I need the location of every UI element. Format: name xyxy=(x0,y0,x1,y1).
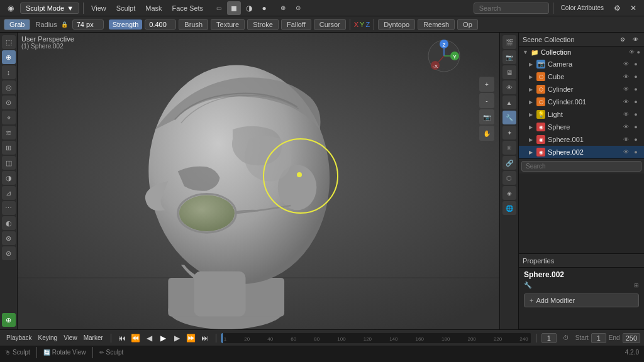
prop-world-icon[interactable]: 🌐 xyxy=(502,201,516,215)
zoom-out-btn[interactable]: - xyxy=(479,93,494,108)
menu-mask[interactable]: Mask xyxy=(142,3,165,13)
left-tool-2[interactable]: ↕ xyxy=(2,65,16,79)
radius-lock-icon[interactable]: 🔒 xyxy=(60,18,70,31)
left-tool-7[interactable]: ⊞ xyxy=(2,141,16,155)
menu-sculpt[interactable]: Sculpt xyxy=(113,3,140,13)
zoom-in-btn[interactable]: + xyxy=(479,77,494,92)
stroke-btn[interactable]: Stroke xyxy=(247,19,279,30)
outliner-item-sphere[interactable]: ▶ ◉ Sphere 👁 ● xyxy=(519,121,644,133)
end-frame[interactable]: 250 xyxy=(623,333,640,343)
menu-view[interactable]: View xyxy=(87,3,110,13)
outliner-eye-icon[interactable]: 👁 xyxy=(630,33,640,47)
jump-start-btn[interactable]: ⏮ xyxy=(116,332,128,344)
viewport-shading-render[interactable]: ● xyxy=(257,1,271,15)
outliner-item-cube[interactable]: ▶ ⬡ Cube 👁 ● xyxy=(519,70,644,83)
falloff-btn[interactable]: Falloff xyxy=(281,19,311,30)
left-tool-13[interactable]: ⊗ xyxy=(2,231,16,245)
prop-particles-icon[interactable]: ✦ xyxy=(502,126,516,140)
keying-menu[interactable]: Keying xyxy=(36,334,60,342)
expand-icon[interactable]: ⊞ xyxy=(634,282,639,288)
left-tool-8[interactable]: ◫ xyxy=(2,156,16,170)
outliner-item-light[interactable]: ▶ 💡 Light 👁 ● xyxy=(519,108,644,121)
next-frame-btn[interactable]: ⏩ xyxy=(186,332,197,344)
viewport-3d[interactable]: User Perspective (1) Sphere.002 Z Y -X xyxy=(18,33,499,329)
current-frame[interactable]: 1 xyxy=(541,333,557,343)
timeline-scrubber[interactable]: 1 20 40 60 80 100 120 140 160 180 200 22… xyxy=(221,333,531,343)
prop-data-icon[interactable]: ⬡ xyxy=(502,171,516,185)
prev-keyframe-btn[interactable]: ◀ xyxy=(144,332,155,344)
left-tool-11[interactable]: ⋯ xyxy=(2,201,16,215)
outliner-item-camera[interactable]: ▶ 📷 Camera 👁 ● xyxy=(519,58,644,70)
outliner-search[interactable] xyxy=(521,161,641,172)
sphere-eye[interactable]: 👁 xyxy=(621,123,630,131)
sphere002-render[interactable]: ● xyxy=(631,148,640,156)
cylinder-render[interactable]: ● xyxy=(631,85,640,94)
collection-header[interactable]: ▼ 📁 Collection 👁 ● xyxy=(519,47,644,58)
sphere001-render[interactable]: ● xyxy=(631,135,640,144)
left-tool-bottom[interactable]: ⊕ xyxy=(2,313,16,327)
left-tool-0[interactable]: ⬚ xyxy=(2,35,16,49)
left-tool-5[interactable]: ⌖ xyxy=(2,111,16,124)
menu-face-sets[interactable]: Face Sets xyxy=(169,3,208,13)
prop-material-icon[interactable]: ◈ xyxy=(502,186,516,200)
prop-view-icon[interactable]: 👁 xyxy=(502,80,516,94)
sphere001-eye[interactable]: 👁 xyxy=(621,135,630,144)
texture-btn[interactable]: Texture xyxy=(211,19,245,30)
search-input[interactable] xyxy=(474,3,549,14)
light-eye[interactable]: 👁 xyxy=(621,110,630,119)
viewport-shading-solid[interactable]: ◼ xyxy=(227,1,241,15)
camera-eye[interactable]: 👁 xyxy=(621,60,630,69)
start-frame[interactable]: 1 xyxy=(591,333,606,343)
outliner-filter-icon[interactable]: ⚙ xyxy=(618,33,628,47)
cube-render[interactable]: ● xyxy=(631,72,640,81)
pan-btn[interactable]: ✋ xyxy=(479,126,494,141)
prop-render-icon[interactable]: 📷 xyxy=(502,50,516,64)
dyntopo-btn[interactable]: Dyntopo xyxy=(378,19,415,30)
brush-btn[interactable]: Brush xyxy=(179,19,208,30)
prop-constraints-icon[interactable]: 🔗 xyxy=(502,156,516,170)
left-tool-12[interactable]: ◐ xyxy=(2,216,16,230)
prev-frame-btn[interactable]: ⏪ xyxy=(130,332,142,344)
camera-render[interactable]: ● xyxy=(631,60,640,69)
jump-end-btn[interactable]: ⏭ xyxy=(199,332,211,344)
cylinder001-eye[interactable]: 👁 xyxy=(621,97,630,106)
left-tool-9[interactable]: ◑ xyxy=(2,171,16,185)
next-keyframe-btn[interactable]: ▶ xyxy=(172,332,183,344)
left-tool-6[interactable]: ≋ xyxy=(2,126,16,140)
snap-icon[interactable]: ⊕ xyxy=(276,1,290,15)
viewport-shading-wire[interactable]: ▭ xyxy=(212,1,226,15)
cylinder001-render[interactable]: ● xyxy=(631,97,640,106)
add-modifier-btn[interactable]: + Add Modifier xyxy=(524,293,639,307)
settings-icon[interactable]: ⚙ xyxy=(610,1,624,15)
prop-output-icon[interactable]: 🖥 xyxy=(502,65,516,79)
left-tool-14[interactable]: ⊘ xyxy=(2,246,16,260)
viewport-gizmo[interactable]: Z Y -X xyxy=(427,39,462,74)
grab-tool-btn[interactable]: Grab xyxy=(4,19,30,30)
outliner-item-sphere001[interactable]: ▶ ◉ Sphere.001 👁 ● xyxy=(519,133,644,146)
left-tool-3[interactable]: ◎ xyxy=(2,80,16,94)
left-tool-grab[interactable]: ⊕ xyxy=(2,50,16,64)
prop-object-icon[interactable]: ▲ xyxy=(502,96,516,109)
blender-logo[interactable]: ◉ xyxy=(4,1,18,15)
play-btn[interactable]: ▶ xyxy=(158,332,169,344)
prop-modifier-icon[interactable]: 🔧 xyxy=(502,111,516,124)
light-render[interactable]: ● xyxy=(631,110,640,119)
cylinder-eye[interactable]: 👁 xyxy=(621,85,630,94)
prop-scene-icon[interactable]: 🎬 xyxy=(502,35,516,49)
sphere-render[interactable]: ● xyxy=(631,123,640,131)
left-tool-4[interactable]: ⊙ xyxy=(2,96,16,109)
camera-view-btn[interactable]: 📷 xyxy=(479,109,494,124)
outliner-item-cylinder[interactable]: ▶ ⬡ Cylinder 👁 ● xyxy=(519,83,644,96)
strength-value[interactable]: 0.400 xyxy=(145,19,176,30)
close-icon[interactable]: ✕ xyxy=(626,1,640,15)
cursor-btn[interactable]: Cursor xyxy=(314,19,346,30)
radius-value[interactable]: 74 px xyxy=(72,19,104,30)
op-btn[interactable]: Op xyxy=(457,19,478,30)
outliner-item-sphere002[interactable]: ▶ ◉ Sphere.002 👁 ● xyxy=(519,146,644,158)
marker-menu[interactable]: Marker xyxy=(81,334,106,342)
outliner-item-cylinder001[interactable]: ▶ ⬡ Cylinder.001 👁 ● xyxy=(519,96,644,108)
view-menu[interactable]: View xyxy=(61,334,80,342)
left-tool-10[interactable]: ⊿ xyxy=(2,186,16,200)
sculpt-mode-dropdown[interactable]: Sculpt Mode ▼ xyxy=(20,3,79,14)
sphere002-eye[interactable]: 👁 xyxy=(621,148,630,156)
